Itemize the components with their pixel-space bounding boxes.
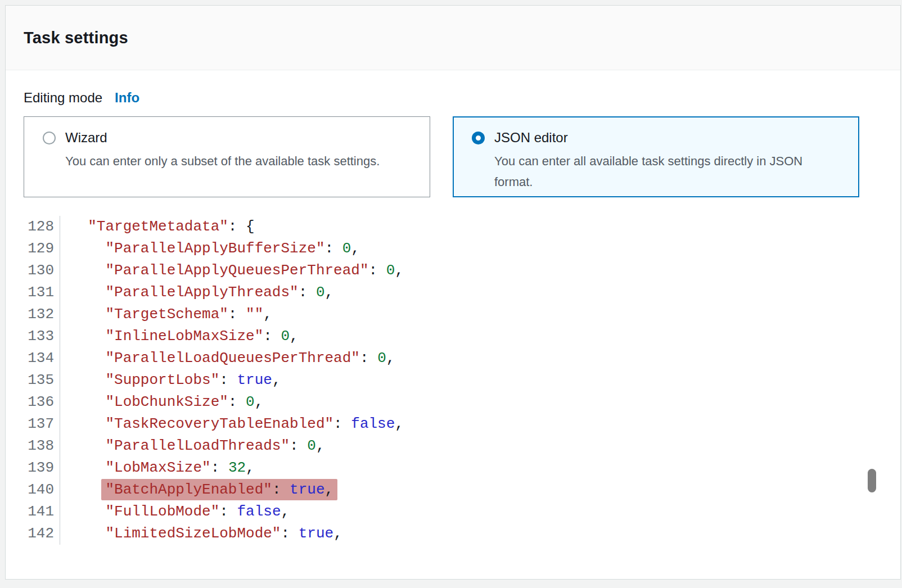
editing-mode-label: Editing mode (24, 88, 102, 107)
code-line[interactable]: 129 "ParallelApplyBufferSize": 0, (6, 238, 900, 260)
tile-json-editor-label: JSON editor (494, 130, 568, 146)
line-number: 134 (6, 347, 60, 369)
line-number: 129 (6, 238, 60, 260)
code-line[interactable]: 128 "TargetMetadata": { (6, 216, 900, 238)
line-number: 139 (6, 457, 60, 479)
tile-wizard-head: Wizard (43, 130, 416, 146)
code-line-text: "LobChunkSize": 0, (60, 391, 263, 413)
radio-unselected-icon[interactable] (43, 132, 56, 144)
line-number: 135 (6, 369, 60, 391)
json-code-editor[interactable]: 128 "TargetMetadata": {129 "ParallelAppl… (6, 216, 900, 545)
code-line-text: "FullLobMode": false, (60, 501, 290, 523)
code-line-text: "TargetSchema": "", (60, 304, 272, 325)
line-number: 132 (6, 304, 60, 325)
vertical-scrollbar-thumb[interactable] (868, 469, 876, 492)
code-line[interactable]: 135 "SupportLobs": true, (6, 369, 900, 391)
line-number: 138 (6, 435, 60, 457)
line-number: 131 (6, 282, 60, 304)
code-line-text: "BatchApplyEnabled": true, (60, 479, 333, 501)
code-line[interactable]: 140 "BatchApplyEnabled": true, (6, 479, 900, 501)
code-line[interactable]: 134 "ParallelLoadQueuesPerThread": 0, (6, 347, 900, 369)
code-line-text: "ParallelLoadQueuesPerThread": 0, (60, 347, 395, 369)
code-line-text: "ParallelApplyQueuesPerThread": 0, (60, 260, 404, 282)
code-line[interactable]: 139 "LobMaxSize": 32, (6, 457, 900, 479)
tile-wizard[interactable]: Wizard You can enter only a subset of th… (24, 116, 430, 197)
code-line-text: "ParallelApplyBufferSize": 0, (60, 238, 360, 260)
panel-header: Task settings (6, 6, 900, 70)
code-line[interactable]: 130 "ParallelApplyQueuesPerThread": 0, (6, 260, 900, 282)
line-number: 136 (6, 391, 60, 413)
code-line[interactable]: 136 "LobChunkSize": 0, (6, 391, 900, 413)
code-line-text: "LobMaxSize": 32, (60, 457, 255, 479)
line-number: 128 (6, 216, 60, 238)
code-line[interactable]: 132 "TargetSchema": "", (6, 304, 900, 325)
code-line[interactable]: 133 "InlineLobMaxSize": 0, (6, 325, 900, 347)
editing-mode-tiles: Wizard You can enter only a subset of th… (24, 116, 900, 197)
code-line-text: "TargetMetadata": { (60, 216, 255, 238)
code-line-text: "ParallelApplyThreads": 0, (60, 282, 333, 304)
panel-body: Editing mode Info Wizard You can enter o… (6, 70, 900, 545)
line-number: 133 (6, 325, 60, 347)
tile-wizard-description: You can enter only a subset of the avail… (65, 151, 405, 171)
code-line[interactable]: 141 "FullLobMode": false, (6, 501, 900, 523)
task-settings-panel: Task settings Editing mode Info Wizard Y… (5, 5, 901, 580)
tile-wizard-label: Wizard (65, 130, 107, 146)
code-line[interactable]: 131 "ParallelApplyThreads": 0, (6, 282, 900, 304)
line-number: 140 (6, 479, 60, 501)
radio-selected-icon[interactable] (472, 132, 485, 144)
tile-json-editor-head: JSON editor (472, 130, 845, 146)
highlighted-match: "BatchApplyEnabled": true, (101, 479, 337, 500)
code-line[interactable]: 142 "LimitedSizeLobMode": true, (6, 523, 900, 545)
line-number: 130 (6, 260, 60, 282)
code-line-text: "TaskRecoveryTableEnabled": false, (60, 413, 404, 435)
tile-json-editor[interactable]: JSON editor You can enter all available … (453, 116, 859, 197)
editing-mode-row: Editing mode Info (24, 88, 900, 107)
code-line-text: "SupportLobs": true, (60, 369, 281, 391)
line-number: 137 (6, 413, 60, 435)
info-link[interactable]: Info (115, 88, 139, 107)
code-line-text: "LimitedSizeLobMode": true, (60, 523, 342, 545)
code-line-text: "ParallelLoadThreads": 0, (60, 435, 325, 457)
code-line-text: "InlineLobMaxSize": 0, (60, 325, 299, 347)
line-number: 141 (6, 501, 60, 523)
line-number: 142 (6, 523, 60, 545)
code-line[interactable]: 138 "ParallelLoadThreads": 0, (6, 435, 900, 457)
tile-json-editor-description: You can enter all available task setting… (494, 151, 835, 192)
page-title: Task settings (24, 29, 128, 47)
code-line[interactable]: 137 "TaskRecoveryTableEnabled": false, (6, 413, 900, 435)
